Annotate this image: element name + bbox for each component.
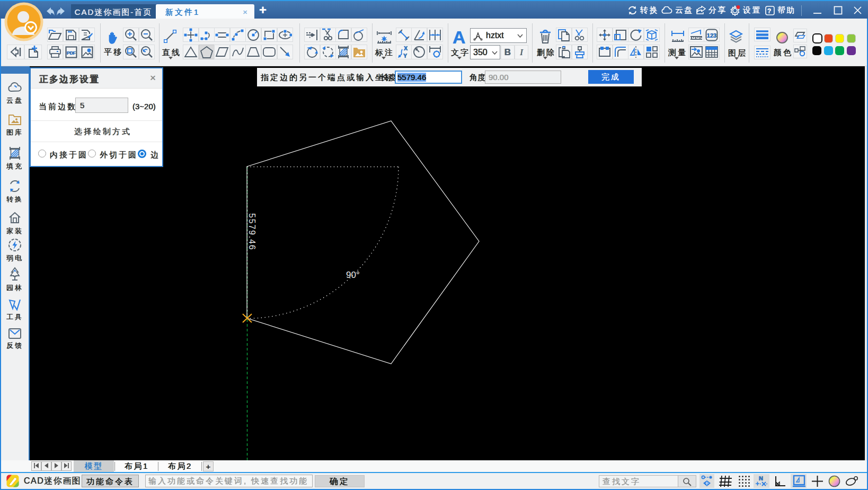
svg-text:Y: Y — [403, 52, 408, 59]
svg-text:?: ? — [767, 7, 773, 14]
svg-text:N: N — [759, 475, 763, 482]
svg-text:X: X — [404, 45, 408, 51]
svg-text:123: 123 — [707, 32, 716, 38]
svg-text:90°: 90° — [346, 270, 360, 280]
svg-text:5579.46: 5579.46 — [247, 213, 256, 250]
svg-text:PDF: PDF — [67, 50, 76, 56]
